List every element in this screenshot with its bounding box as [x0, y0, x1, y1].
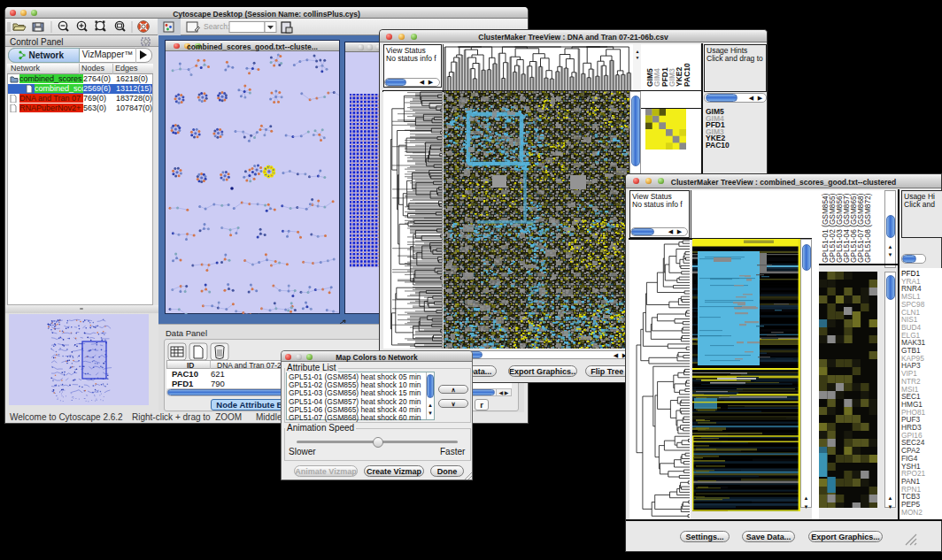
- svg-text:Search:: Search:: [204, 22, 229, 31]
